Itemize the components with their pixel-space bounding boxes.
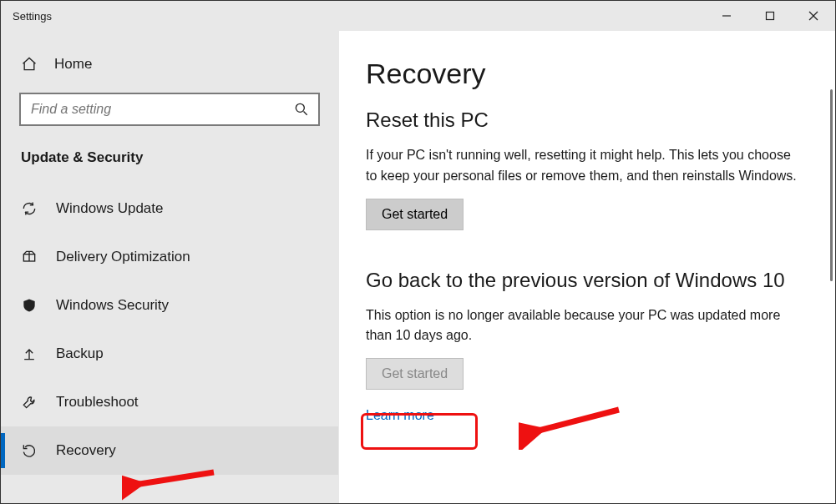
svg-rect-1 [767, 13, 774, 20]
section-reset-pc: Reset this PC If your PC isn't running w… [366, 108, 802, 230]
section-text: This option is no longer available becau… [366, 305, 802, 347]
titlebar: Settings [1, 1, 835, 31]
sidebar-item-label: Recovery [56, 442, 116, 459]
main-content: Recovery Reset this PC If your PC isn't … [339, 31, 835, 503]
section-heading: Reset this PC [366, 108, 802, 132]
close-button[interactable] [792, 1, 835, 31]
section-go-back: Go back to the previous version of Windo… [366, 269, 802, 424]
sidebar: Home Update & Security Windows Update [1, 31, 339, 503]
backup-icon [21, 345, 38, 362]
recovery-icon [21, 442, 38, 459]
sidebar-category: Update & Security [1, 146, 338, 184]
home-icon [21, 56, 38, 73]
goback-get-started-button[interactable]: Get started [366, 358, 464, 390]
svg-line-5 [304, 112, 307, 115]
window-title: Settings [13, 10, 52, 23]
sidebar-item-label: Troubleshoot [56, 394, 139, 411]
section-text: If your PC isn't running well, resetting… [366, 145, 802, 187]
sidebar-item-windows-security[interactable]: Windows Security [1, 281, 338, 330]
sidebar-home-label: Home [54, 56, 92, 73]
sidebar-item-troubleshoot[interactable]: Troubleshoot [1, 378, 338, 426]
svg-point-4 [296, 103, 304, 112]
sidebar-item-label: Windows Security [56, 297, 169, 314]
maximize-button[interactable] [748, 1, 792, 31]
sidebar-item-label: Windows Update [56, 200, 164, 217]
sidebar-item-windows-update[interactable]: Windows Update [1, 184, 338, 233]
sync-icon [21, 200, 38, 217]
sidebar-nav: Windows Update Delivery Optimization Win… [1, 184, 338, 475]
learn-more-link[interactable]: Learn more [366, 408, 434, 422]
sidebar-home[interactable]: Home [1, 48, 338, 93]
minimize-button[interactable] [705, 1, 748, 31]
scrollbar[interactable] [830, 89, 833, 281]
sidebar-item-recovery[interactable]: Recovery [1, 426, 338, 475]
search-input[interactable] [31, 102, 293, 117]
page-title: Recovery [366, 58, 802, 90]
sidebar-item-label: Backup [56, 345, 104, 362]
search-input-wrap[interactable] [19, 93, 320, 126]
reset-get-started-button[interactable]: Get started [366, 199, 464, 230]
shield-icon [21, 297, 38, 314]
sidebar-item-backup[interactable]: Backup [1, 330, 338, 378]
sidebar-item-delivery-optimization[interactable]: Delivery Optimization [1, 233, 338, 281]
delivery-icon [21, 249, 38, 265]
sidebar-item-label: Delivery Optimization [56, 249, 190, 265]
search-icon [293, 101, 310, 118]
window-controls [705, 1, 835, 31]
wrench-icon [21, 394, 38, 411]
section-heading: Go back to the previous version of Windo… [366, 269, 802, 292]
